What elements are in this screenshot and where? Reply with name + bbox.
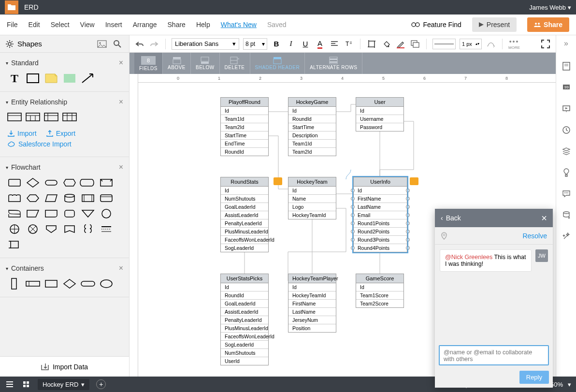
section-header-flowchart[interactable]: ▾ Flowchart × [0, 161, 129, 174]
user-menu[interactable]: James Webb ▾ [529, 4, 571, 11]
close-icon[interactable]: × [119, 264, 123, 273]
shape-rect[interactable] [26, 73, 40, 84]
shape-er-1[interactable] [8, 112, 21, 123]
table-row[interactable]: Team1Id [221, 115, 268, 123]
table-row[interactable]: PlusMinusLeaderId [221, 228, 268, 236]
table-header[interactable]: RoundStats [221, 177, 268, 187]
erd-table-userstatspicks[interactable]: UserStatsPicksIdRoundIdGoalLeaderIdAssis… [220, 274, 269, 365]
shape-flowchart-14[interactable] [44, 208, 58, 219]
shape-flowchart-15[interactable] [63, 208, 76, 219]
table-row[interactable]: Position [288, 324, 336, 332]
table-row[interactable]: Id [221, 187, 268, 195]
close-icon[interactable]: × [119, 163, 123, 172]
table-row[interactable]: StartTime [221, 131, 268, 140]
shape-container-5[interactable] [81, 278, 95, 289]
table-row[interactable]: LastName [354, 203, 407, 211]
erd-table-user[interactable]: UserIdUsernamePassword [356, 97, 404, 131]
table-row[interactable]: Password [356, 123, 403, 131]
shape-flowchart-23[interactable] [100, 224, 113, 234]
export-link[interactable]: Export [46, 130, 75, 137]
table-row[interactable]: StartTime [288, 123, 336, 131]
bold-button[interactable]: B [271, 39, 282, 49]
table-row[interactable]: Round1Points [354, 219, 407, 228]
shaded-header-button[interactable]: SHADED HEADER [250, 53, 305, 74]
table-row[interactable]: Round4Points [354, 244, 407, 252]
fields-input[interactable] [141, 56, 156, 65]
grid-view-icon[interactable] [21, 379, 31, 389]
shape-note[interactable] [44, 73, 58, 84]
dock-history-icon[interactable] [561, 124, 572, 136]
back-button[interactable]: ‹ Back [441, 214, 461, 222]
line-width-select[interactable]: 1 px▴▾ [460, 39, 482, 49]
feature-find[interactable]: Feature Find [411, 21, 461, 29]
underline-button[interactable]: U [300, 39, 311, 49]
border-color-button[interactable] [395, 39, 406, 49]
line-style-select[interactable] [432, 39, 456, 49]
folder-icon[interactable] [5, 0, 18, 14]
shape-flowchart-22[interactable] [81, 224, 95, 234]
delete-row-button[interactable]: ×DELETE [220, 53, 250, 74]
shape-container-3[interactable] [44, 278, 58, 289]
fullscreen-button[interactable] [540, 39, 551, 49]
shape-arrow[interactable] [81, 73, 95, 84]
comment-indicator[interactable] [274, 177, 282, 185]
text-color-button[interactable]: A [315, 39, 325, 49]
dock-layers-icon[interactable] [561, 145, 572, 157]
table-row[interactable]: EndTime [221, 140, 268, 148]
shape-er-4[interactable] [63, 112, 76, 123]
erd-table-hockeyteam[interactable]: HockeyTeamIdNameLogoHockeyTeamId [288, 177, 336, 219]
undo-button[interactable] [134, 39, 145, 49]
menu-whats-new[interactable]: What's New [221, 21, 257, 29]
table-header[interactable]: GameScore [356, 274, 403, 283]
table-row[interactable]: Description [288, 131, 336, 140]
menu-help[interactable]: Help [196, 21, 210, 29]
table-row[interactable]: Team1Score [356, 291, 403, 300]
table-row[interactable]: HockeyTeamId [288, 211, 336, 219]
table-row[interactable]: PenaltyLeaderId [221, 219, 268, 228]
table-row[interactable]: RoundId [221, 148, 268, 156]
table-row[interactable]: RoundId [221, 291, 268, 300]
gear-icon[interactable] [6, 40, 14, 48]
resolve-button[interactable]: Resolve [522, 232, 547, 240]
table-row[interactable]: PenaltyLeaderId [221, 316, 268, 324]
table-row[interactable]: GoalLeaderId [221, 300, 268, 308]
add-page-button[interactable]: + [96, 379, 106, 389]
shape-flowchart-24[interactable] [8, 239, 21, 250]
shape-er-3[interactable] [44, 112, 58, 123]
shape-container-2[interactable] [26, 278, 40, 289]
list-view-icon[interactable] [5, 379, 14, 389]
dock-present-icon[interactable] [561, 103, 572, 115]
table-row[interactable]: FaceoffsWonLeaderId [221, 236, 268, 244]
table-row[interactable]: FaceoffsWonLeaderId [221, 333, 268, 341]
text-options-button[interactable]: T [344, 39, 354, 49]
shape-flowchart-18[interactable] [8, 224, 21, 234]
alternate-rows-button[interactable]: ALTERNATE ROWS [305, 53, 362, 74]
shape-flowchart-6[interactable] [8, 193, 21, 203]
menu-share[interactable]: Share [168, 21, 186, 29]
more-button[interactable]: •••MORE [508, 38, 520, 50]
menu-file[interactable]: File [7, 21, 18, 29]
table-header[interactable]: HockeyGame [288, 98, 336, 107]
dock-page-icon[interactable] [561, 60, 572, 72]
shape-flowchart-7[interactable] [26, 193, 40, 203]
shape-container-4[interactable] [63, 278, 76, 289]
table-header[interactable]: UserStatsPicks [221, 274, 268, 283]
import-data-button[interactable]: Import Data [0, 356, 129, 377]
erd-table-hockeygame[interactable]: HockeyGameIdRoundIdStartTimeDescriptionT… [288, 97, 336, 156]
close-icon[interactable]: × [119, 58, 123, 67]
redo-button[interactable] [149, 39, 159, 49]
table-row[interactable]: GoalLeaderId [221, 203, 268, 211]
table-row[interactable]: PlusMinusLeaderId [221, 324, 268, 333]
shape-flowchart-12[interactable] [8, 208, 21, 219]
add-below-button[interactable]: BELOW [191, 53, 220, 74]
align-button[interactable] [329, 39, 340, 49]
table-row[interactable]: UserId [221, 357, 268, 365]
shape-flowchart-0[interactable] [8, 177, 21, 188]
menu-edit[interactable]: Edit [29, 21, 40, 29]
shape-flowchart-20[interactable] [44, 224, 58, 234]
erd-table-userinfo[interactable]: UserInfoIdFirstNameLastNameEmailRound1Po… [353, 177, 407, 252]
present-button[interactable]: Present [472, 17, 517, 32]
shape-flowchart-19[interactable] [26, 224, 40, 234]
shape-container-6[interactable] [100, 278, 113, 289]
table-row[interactable]: Round3Points [354, 236, 407, 244]
